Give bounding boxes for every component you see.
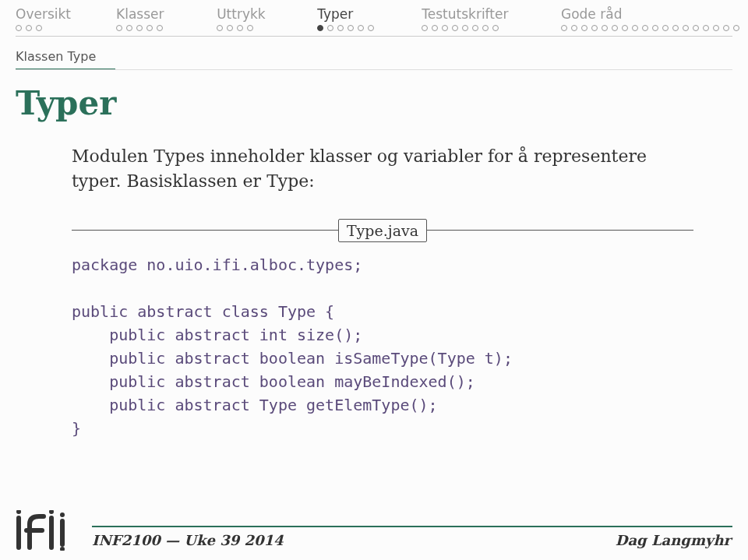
progress-dots	[217, 25, 253, 36]
rule-left	[72, 230, 338, 231]
rule-right	[427, 230, 693, 231]
dot-icon	[472, 25, 478, 31]
progress-dots	[16, 25, 42, 36]
dot-icon	[126, 25, 132, 31]
dot-icon	[432, 25, 438, 31]
dot-icon	[581, 25, 587, 31]
dot-icon	[422, 25, 428, 31]
nav-item-0[interactable]: Oversikt	[16, 6, 116, 36]
dot-icon	[227, 25, 233, 31]
dot-icon	[136, 25, 143, 31]
dot-icon	[462, 25, 468, 31]
nav-label: Klasser	[116, 6, 164, 25]
nav-label: Gode råd	[561, 6, 622, 25]
dot-icon	[733, 25, 739, 31]
nav-label: Testutskrifter	[422, 6, 508, 25]
progress-dots	[116, 25, 163, 36]
dot-icon	[713, 25, 719, 31]
dot-icon	[571, 25, 577, 31]
dot-icon	[482, 25, 489, 31]
nav-item-2[interactable]: Uttrykk	[217, 6, 317, 36]
dot-icon	[36, 25, 42, 31]
progress-dots	[317, 25, 374, 36]
nav-label: Typer	[317, 6, 353, 25]
dot-icon	[591, 25, 598, 31]
dot-icon	[116, 25, 122, 31]
dot-icon	[217, 25, 223, 31]
code-block: package no.uio.ifi.alboc.types; public a…	[72, 253, 693, 440]
svg-point-4	[49, 510, 54, 514]
dot-icon	[26, 25, 32, 31]
dot-icon	[16, 25, 22, 31]
dot-icon	[358, 25, 364, 31]
dot-icon	[703, 25, 709, 31]
nav-item-3[interactable]: Typer	[317, 6, 422, 36]
page-title: Typer	[0, 84, 748, 144]
ifi-logo-icon	[12, 510, 81, 554]
dot-icon	[723, 25, 729, 31]
svg-point-7	[60, 547, 65, 551]
dot-icon	[672, 25, 679, 31]
dot-icon	[452, 25, 458, 31]
dot-icon	[317, 25, 323, 31]
nav-item-1[interactable]: Klasser	[116, 6, 217, 36]
dot-icon	[561, 25, 567, 31]
nav-label: Uttrykk	[217, 6, 266, 25]
dot-icon	[368, 25, 374, 31]
code-filename: Type.java	[338, 219, 427, 242]
dot-icon	[602, 25, 608, 31]
dot-icon	[247, 25, 253, 31]
nav-label: Oversikt	[16, 6, 71, 25]
progress-dots	[422, 25, 499, 36]
nav-separator	[16, 36, 732, 37]
section-underline	[16, 69, 732, 70]
dot-icon	[662, 25, 669, 31]
dot-icon	[683, 25, 689, 31]
dot-icon	[693, 25, 699, 31]
nav-item-5[interactable]: Gode råd	[561, 6, 732, 36]
dot-icon	[146, 25, 153, 31]
dot-icon	[157, 25, 163, 31]
body: Modulen Types inneholder klasser og vari…	[0, 144, 748, 440]
dot-icon	[442, 25, 448, 31]
footer-left: INF2100 — Uke 39 2014	[92, 532, 284, 548]
dot-icon	[492, 25, 499, 31]
dot-icon	[327, 25, 333, 31]
progress-dots	[561, 25, 739, 36]
dot-icon	[337, 25, 344, 31]
dot-icon	[652, 25, 658, 31]
svg-point-1	[16, 510, 21, 514]
svg-point-6	[60, 512, 65, 517]
footer-right: Dag Langmyhr	[616, 532, 731, 548]
section-label: Klassen Type	[0, 44, 748, 65]
dot-icon	[642, 25, 648, 31]
dot-icon	[237, 25, 243, 31]
dot-icon	[348, 25, 354, 31]
footer: INF2100 — Uke 39 2014 Dag Langmyhr	[0, 509, 748, 560]
nav-item-4[interactable]: Testutskrifter	[422, 6, 561, 36]
dot-icon	[622, 25, 628, 31]
dot-icon	[632, 25, 638, 31]
footer-line	[92, 526, 732, 527]
intro-paragraph: Modulen Types inneholder klasser og vari…	[72, 144, 693, 194]
nav-bar: OversiktKlasserUttrykkTyperTestutskrifte…	[0, 0, 748, 36]
code-filename-row: Type.java	[72, 219, 693, 242]
dot-icon	[612, 25, 618, 31]
